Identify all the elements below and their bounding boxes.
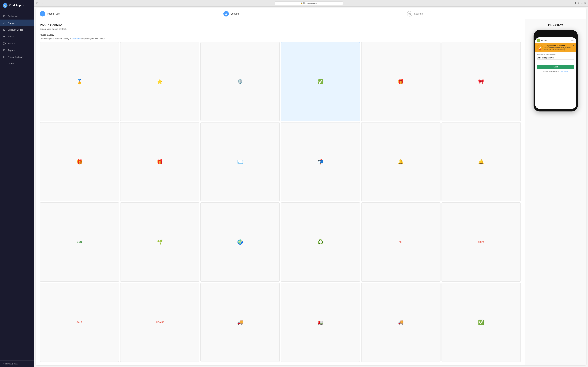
owner-text: Are you the store owner? Log in here — [537, 71, 574, 72]
password-input[interactable] — [537, 59, 574, 63]
sidebar-item-label: Dashboard — [8, 15, 18, 17]
photo-item[interactable]: 🔔 — [441, 122, 521, 201]
photo-item[interactable]: ✅ — [441, 283, 521, 362]
photo-gallery-section: Photo Gallery Choose a photo from our ga… — [40, 34, 521, 362]
step-label-3: Settings — [414, 12, 423, 15]
forward-icon[interactable]: › — [42, 2, 43, 5]
new-tab-icon[interactable]: + — [581, 2, 583, 5]
photo-item[interactable]: 🎁 — [120, 122, 199, 201]
photo-item[interactable]: 🏅 — [40, 42, 119, 121]
step-content: 02 Content — [219, 8, 403, 19]
shopify-text: shopify — [541, 39, 547, 41]
panel-title: Popup Content — [40, 24, 521, 27]
photo-gallery-desc: Choose a photo from our gallery or click… — [40, 38, 521, 40]
content-area: ✓ Popup Type 02 Content 03 Settings Popu… — [34, 7, 588, 367]
owner-prefix: Are you the store owner? — [543, 71, 561, 72]
browser-actions: ⬇ ⬆ + ⊞ — [574, 2, 586, 5]
photo-item[interactable]: ♻️ — [281, 202, 360, 282]
emails-icon: ✉ — [3, 35, 6, 38]
sidebar-item-project-settings[interactable]: ⊞ Project Settings — [0, 53, 34, 60]
shopify-dots — [571, 40, 574, 41]
logout-icon: → — [3, 62, 6, 65]
panel-subtitle: Create your popup content. — [40, 28, 521, 30]
logo-icon: 🐋 — [3, 3, 8, 8]
photo-item[interactable]: 📬 — [281, 122, 360, 201]
reports-icon: ⊞ — [3, 49, 6, 52]
photo-item[interactable]: ⭐ — [120, 42, 199, 121]
step-popup-type: ✓ Popup Type — [36, 8, 219, 19]
sidebar-item-logout[interactable]: → Logout — [0, 60, 34, 67]
popup-title: 7 Days Refund Guarantee — [545, 45, 571, 47]
sidebar-item-reports[interactable]: ⊞ Reports — [0, 47, 34, 53]
sidebar-item-dashboard[interactable]: ⊞ Dashboard — [0, 13, 34, 19]
photo-item[interactable]: % — [361, 202, 441, 282]
grid-icon[interactable]: ⊞ — [584, 2, 586, 5]
photo-item[interactable]: 🎁 — [361, 42, 441, 121]
phone-notch — [549, 33, 562, 36]
sidebar-item-label: Discount Codes — [8, 29, 23, 31]
sidebar-item-discount-codes[interactable]: ⊟ Discount Codes — [0, 26, 34, 33]
download-icon[interactable]: ⬇ — [574, 2, 576, 5]
photo-item[interactable]: ECO — [40, 202, 119, 282]
step-circle-1: ✓ — [40, 11, 45, 17]
password-field-label: Enter store password — [537, 57, 574, 59]
photo-item[interactable]: SALE — [40, 283, 119, 362]
login-link[interactable]: Log in here — [561, 71, 568, 72]
shopify-icon: S — [537, 39, 540, 42]
photo-item[interactable]: 🌱 — [120, 202, 199, 282]
step-settings: 03 Settings — [403, 8, 586, 19]
url-text: kindpopup.com — [303, 2, 317, 4]
photo-item[interactable]: 🔔 — [361, 122, 441, 201]
step-circle-2: 02 — [223, 11, 229, 17]
steps-header: ✓ Popup Type 02 Content 03 Settings — [36, 8, 586, 19]
browser-url-bar[interactable]: 🔒 kindpopup.com — [275, 1, 343, 5]
dot-1 — [571, 40, 572, 41]
preview-label: PREVIEW — [548, 24, 563, 26]
step-label-2: Content — [231, 12, 239, 15]
sidebar-item-label: Popups — [8, 22, 15, 24]
sidebar-item-emails[interactable]: ✉ Emails — [0, 33, 34, 40]
dot-2 — [572, 40, 573, 41]
dashboard-icon: ⊞ — [3, 15, 6, 18]
photo-item[interactable]: 🎁 — [40, 122, 119, 201]
photo-item[interactable]: %SALE — [120, 283, 199, 362]
popup-body: 100% customer satisfaction! If you're no… — [545, 47, 571, 51]
photo-item[interactable]: 🚚 — [361, 283, 441, 362]
left-panel: Popup Content Create your popup content.… — [36, 19, 525, 365]
share-icon[interactable]: ⬆ — [578, 2, 580, 5]
two-col-layout: Popup Content Create your popup content.… — [36, 19, 586, 365]
photo-grid: 🏅 ⭐ 🛡️ ✅ 🎁 🎀 🎁 🎁 ✉️ 📬 🔔 — [40, 42, 521, 362]
sidebar-item-popups[interactable]: △ Popups — [0, 19, 34, 26]
sidebar-footer: Kind Popup Test — [0, 360, 34, 367]
photo-item[interactable]: 🎀 — [441, 42, 521, 121]
sidebar-item-label: Logout — [8, 62, 14, 65]
photo-item[interactable]: 🚚 — [200, 283, 280, 362]
sidebar-nav: ⊞ Dashboard △ Popups ⊟ Discount Codes ✉ … — [0, 11, 34, 360]
page-wrapper: ✓ Popup Type 02 Content 03 Settings Popu… — [36, 8, 586, 365]
gallery-desc-suffix: to upload your own photo! — [80, 38, 104, 40]
photo-item[interactable]: ✅ — [281, 42, 360, 121]
right-panel: PREVIEW S shopify — [525, 19, 586, 365]
step-label-1: Popup Type — [47, 12, 60, 15]
svg-point-2 — [540, 49, 541, 50]
photo-item[interactable]: ✉️ — [200, 122, 280, 201]
visitors-icon: ◯ — [3, 42, 6, 45]
back-icon[interactable]: ‹ — [40, 2, 41, 5]
popup-badge-icon — [537, 45, 543, 51]
sidebar-footer-text: Kind Popup Test — [3, 363, 17, 365]
sidebar-item-label: Project Settings — [8, 56, 23, 58]
sidebar-toggle-icon[interactable]: ⊡ — [36, 2, 38, 5]
phone-mockup: S shopify — [534, 30, 578, 111]
enter-button[interactable]: Enter — [537, 65, 574, 69]
popup-text-area: 7 Days Refund Guarantee 100% customer sa… — [545, 45, 571, 51]
photo-item[interactable]: 🚛 — [281, 283, 360, 362]
step-circle-3: 03 — [407, 11, 412, 17]
photo-item[interactable]: %OFF — [441, 202, 521, 282]
popup-close-icon[interactable]: ✕ — [573, 45, 574, 47]
sidebar-item-visitors[interactable]: ◯ Visitors — [0, 40, 34, 47]
gallery-upload-link[interactable]: click here — [72, 38, 81, 40]
photo-item[interactable]: 🌍 — [200, 202, 280, 282]
main-container: ⊡ ‹ › 🔒 kindpopup.com ⬇ ⬆ + ⊞ ✓ Popup Ty… — [34, 0, 588, 367]
photo-item[interactable]: 🛡️ — [200, 42, 280, 121]
password-content: password to enter the store. Enter store… — [535, 52, 576, 74]
